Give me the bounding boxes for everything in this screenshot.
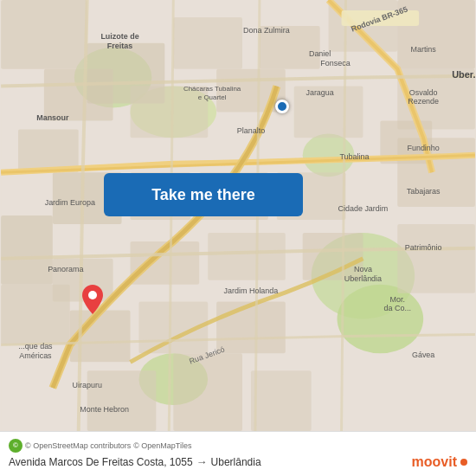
svg-rect-30 (1, 215, 53, 285)
svg-text:Monte Hebron: Monte Hebron (80, 405, 129, 414)
svg-text:Daniel: Daniel (309, 49, 331, 58)
svg-rect-17 (397, 224, 475, 293)
svg-rect-7 (1, 0, 87, 69)
svg-text:Chácaras Tubalina: Chácaras Tubalina (183, 85, 241, 93)
map-area: Rodovia BR-365 Luizote de Freitas Chácar… (0, 0, 476, 431)
app-container: Rodovia BR-365 Luizote de Freitas Chácar… (0, 0, 476, 476)
svg-rect-27 (208, 233, 286, 280)
svg-text:Jardim Europa: Jardim Europa (45, 198, 95, 207)
svg-point-2 (338, 285, 424, 354)
svg-text:Planalto: Planalto (237, 126, 265, 135)
svg-text:Dona Zulmira: Dona Zulmira (243, 26, 290, 35)
osm-logo: © (9, 439, 23, 453)
destination-text: Uberlândia (211, 456, 261, 468)
svg-text:Freitas: Freitas (107, 42, 132, 50)
svg-rect-11 (173, 17, 242, 69)
destination-marker (275, 100, 289, 113)
moovit-text: moovit (412, 454, 457, 470)
svg-text:Jardim Holanda: Jardim Holanda (224, 286, 279, 295)
svg-text:Tabajaras: Tabajaras (407, 187, 441, 196)
origin-text: Avenida Marcos De Freitas Costa, 1055 (9, 456, 193, 468)
svg-point-72 (88, 291, 97, 299)
svg-rect-9 (18, 129, 79, 172)
svg-text:da Co...: da Co... (384, 304, 411, 312)
svg-rect-35 (87, 370, 157, 431)
route-line: Avenida Marcos De Freitas Costa, 1055 → … (9, 455, 261, 468)
svg-text:Osvaldo: Osvaldo (409, 88, 438, 97)
svg-text:Uirapuru: Uirapuru (73, 381, 102, 389)
map-attribution: © © OpenStreetMap contributors © OpenMap… (9, 439, 192, 453)
svg-text:Martins: Martins (410, 45, 436, 54)
svg-text:e Quartel: e Quartel (198, 93, 227, 101)
svg-text:Uber...: Uber... (452, 69, 476, 80)
svg-rect-37 (251, 370, 312, 431)
svg-text:Uberlândia: Uberlândia (344, 274, 382, 283)
svg-text:Luizote de: Luizote de (100, 32, 138, 41)
svg-rect-21 (131, 87, 209, 138)
route-info: © © OpenStreetMap contributors © OpenMap… (9, 439, 192, 453)
svg-text:Patrimônio: Patrimônio (405, 243, 442, 252)
svg-text:Américas: Américas (19, 351, 52, 360)
route-arrow: → (196, 455, 208, 468)
moovit-brand: moovit (412, 454, 467, 470)
svg-text:Mansour: Mansour (36, 113, 69, 122)
svg-rect-31 (1, 285, 70, 345)
svg-text:Gávea: Gávea (412, 351, 434, 359)
tiles-text: © OpenMapTiles (133, 441, 191, 450)
svg-text:Fonseca: Fonseca (320, 59, 350, 68)
svg-text:Fundinho: Fundinho (407, 144, 439, 152)
svg-text:Mor.: Mor. (390, 295, 405, 304)
svg-rect-34 (216, 302, 286, 354)
osm-text: © OpenStreetMap contributors (25, 441, 131, 450)
moovit-dot (460, 459, 467, 466)
svg-text:Cidade Jardim: Cidade Jardim (338, 204, 389, 213)
svg-text:...que das: ...que das (18, 342, 53, 351)
bottom-bar: © © OpenStreetMap contributors © OpenMap… (0, 431, 476, 476)
take-me-there-button[interactable]: Take me there (104, 173, 303, 216)
svg-text:Rezende: Rezende (408, 97, 439, 106)
origin-pin (82, 285, 103, 314)
svg-text:Jaragua: Jaragua (306, 88, 333, 97)
svg-text:Panorama: Panorama (48, 265, 83, 273)
svg-text:Nova: Nova (354, 265, 372, 273)
svg-rect-36 (173, 353, 242, 431)
bottom-row: Avenida Marcos De Freitas Costa, 1055 → … (9, 454, 467, 470)
svg-text:Tubalina: Tubalina (339, 152, 369, 161)
